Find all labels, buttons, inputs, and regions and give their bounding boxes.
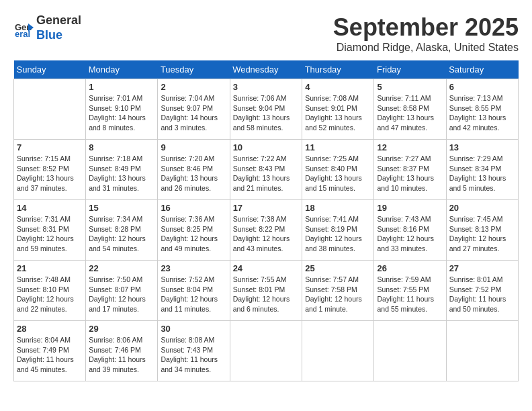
calendar-cell: 20Sunrise: 7:45 AM Sunset: 8:13 PM Dayli… (446, 200, 518, 261)
day-info: Sunrise: 7:27 AM Sunset: 8:37 PM Dayligh… (377, 154, 443, 193)
day-info: Sunrise: 7:57 AM Sunset: 7:58 PM Dayligh… (305, 275, 371, 314)
day-info: Sunrise: 8:04 AM Sunset: 7:49 PM Dayligh… (17, 335, 83, 375)
calendar-cell: 30Sunrise: 8:08 AM Sunset: 7:43 PM Dayli… (158, 321, 230, 381)
day-number: 26 (377, 263, 443, 273)
calendar-cell (446, 321, 518, 381)
week-row-2: 7Sunrise: 7:15 AM Sunset: 8:52 PM Daylig… (14, 140, 519, 200)
weekday-header-monday: Monday (86, 60, 158, 79)
day-number: 21 (17, 263, 83, 273)
title-area: September 2025 Diamond Ridge, Alaska, Un… (333, 13, 519, 54)
weekday-header-tuesday: Tuesday (158, 60, 230, 79)
day-info: Sunrise: 7:29 AM Sunset: 8:34 PM Dayligh… (449, 154, 515, 193)
day-number: 24 (233, 263, 300, 273)
day-info: Sunrise: 7:22 AM Sunset: 8:43 PM Dayligh… (233, 154, 300, 193)
calendar-cell: 21Sunrise: 7:48 AM Sunset: 8:10 PM Dayli… (14, 261, 86, 321)
weekday-header-saturday: Saturday (446, 60, 518, 79)
week-row-3: 14Sunrise: 7:31 AM Sunset: 8:31 PM Dayli… (14, 200, 519, 261)
calendar-cell (374, 321, 446, 381)
calendar-cell: 3Sunrise: 7:06 AM Sunset: 9:04 PM Daylig… (230, 79, 302, 140)
calendar-cell: 8Sunrise: 7:18 AM Sunset: 8:49 PM Daylig… (86, 140, 158, 200)
day-number: 16 (161, 203, 226, 213)
calendar-cell: 1Sunrise: 7:01 AM Sunset: 9:10 PM Daylig… (86, 79, 158, 140)
day-info: Sunrise: 7:48 AM Sunset: 8:10 PM Dayligh… (17, 275, 83, 314)
day-number: 13 (449, 142, 515, 152)
month-title: September 2025 (333, 13, 519, 42)
svg-text:eral: eral (15, 29, 30, 38)
day-number: 3 (233, 82, 300, 92)
day-number: 11 (305, 142, 371, 152)
day-number: 23 (161, 263, 226, 273)
logo: Gen eral General Blue (13, 13, 81, 42)
day-info: Sunrise: 7:59 AM Sunset: 7:55 PM Dayligh… (377, 275, 443, 314)
weekday-header-wednesday: Wednesday (230, 60, 302, 79)
calendar-cell (14, 79, 86, 140)
day-number: 22 (89, 263, 154, 273)
day-info: Sunrise: 7:20 AM Sunset: 8:46 PM Dayligh… (161, 154, 226, 193)
day-number: 29 (89, 324, 154, 334)
calendar-cell (302, 321, 374, 381)
weekday-header-friday: Friday (374, 60, 446, 79)
day-number: 15 (89, 203, 154, 213)
day-info: Sunrise: 7:43 AM Sunset: 8:16 PM Dayligh… (377, 214, 443, 254)
weekday-header-sunday: Sunday (14, 60, 86, 79)
day-info: Sunrise: 7:36 AM Sunset: 8:25 PM Dayligh… (161, 214, 226, 254)
calendar-cell: 26Sunrise: 7:59 AM Sunset: 7:55 PM Dayli… (374, 261, 446, 321)
calendar-cell: 5Sunrise: 7:11 AM Sunset: 8:58 PM Daylig… (374, 79, 446, 140)
day-number: 8 (89, 142, 154, 152)
day-number: 7 (17, 142, 83, 152)
day-number: 28 (17, 324, 83, 334)
calendar-cell: 29Sunrise: 8:06 AM Sunset: 7:46 PM Dayli… (86, 321, 158, 381)
day-number: 14 (17, 203, 83, 213)
day-info: Sunrise: 7:15 AM Sunset: 8:52 PM Dayligh… (17, 154, 83, 193)
day-number: 18 (305, 203, 371, 213)
calendar-cell: 27Sunrise: 8:01 AM Sunset: 7:52 PM Dayli… (446, 261, 518, 321)
day-info: Sunrise: 7:25 AM Sunset: 8:40 PM Dayligh… (305, 154, 371, 193)
day-number: 19 (377, 203, 443, 213)
calendar-cell: 7Sunrise: 7:15 AM Sunset: 8:52 PM Daylig… (14, 140, 86, 200)
calendar-cell: 9Sunrise: 7:20 AM Sunset: 8:46 PM Daylig… (158, 140, 230, 200)
calendar-cell: 24Sunrise: 7:55 AM Sunset: 8:01 PM Dayli… (230, 261, 302, 321)
day-info: Sunrise: 7:55 AM Sunset: 8:01 PM Dayligh… (233, 275, 300, 314)
calendar-cell (230, 321, 302, 381)
day-number: 2 (161, 82, 226, 92)
logo-general-text: General (36, 13, 81, 27)
calendar-cell: 28Sunrise: 8:04 AM Sunset: 7:49 PM Dayli… (14, 321, 86, 381)
calendar-cell: 22Sunrise: 7:50 AM Sunset: 8:07 PM Dayli… (86, 261, 158, 321)
calendar-cell: 6Sunrise: 7:13 AM Sunset: 8:55 PM Daylig… (446, 79, 518, 140)
calendar-cell: 25Sunrise: 7:57 AM Sunset: 7:58 PM Dayli… (302, 261, 374, 321)
header: Gen eral General Blue September 2025 Dia… (13, 13, 519, 54)
calendar-cell: 12Sunrise: 7:27 AM Sunset: 8:37 PM Dayli… (374, 140, 446, 200)
calendar-cell: 23Sunrise: 7:52 AM Sunset: 8:04 PM Dayli… (158, 261, 230, 321)
day-info: Sunrise: 7:18 AM Sunset: 8:49 PM Dayligh… (89, 154, 154, 193)
day-number: 4 (305, 82, 371, 92)
calendar-cell: 11Sunrise: 7:25 AM Sunset: 8:40 PM Dayli… (302, 140, 374, 200)
day-number: 12 (377, 142, 443, 152)
calendar-cell: 14Sunrise: 7:31 AM Sunset: 8:31 PM Dayli… (14, 200, 86, 261)
day-info: Sunrise: 7:31 AM Sunset: 8:31 PM Dayligh… (17, 214, 83, 254)
day-number: 27 (449, 263, 515, 273)
day-info: Sunrise: 7:04 AM Sunset: 9:07 PM Dayligh… (161, 93, 226, 133)
calendar-cell: 19Sunrise: 7:43 AM Sunset: 8:16 PM Dayli… (374, 200, 446, 261)
day-info: Sunrise: 7:38 AM Sunset: 8:22 PM Dayligh… (233, 214, 300, 254)
calendar-cell: 2Sunrise: 7:04 AM Sunset: 9:07 PM Daylig… (158, 79, 230, 140)
day-info: Sunrise: 8:06 AM Sunset: 7:46 PM Dayligh… (89, 335, 154, 375)
calendar-cell: 18Sunrise: 7:41 AM Sunset: 8:19 PM Dayli… (302, 200, 374, 261)
day-info: Sunrise: 7:52 AM Sunset: 8:04 PM Dayligh… (161, 275, 226, 314)
day-info: Sunrise: 7:50 AM Sunset: 8:07 PM Dayligh… (89, 275, 154, 314)
day-number: 6 (449, 82, 515, 92)
calendar-cell: 4Sunrise: 7:08 AM Sunset: 9:01 PM Daylig… (302, 79, 374, 140)
week-row-4: 21Sunrise: 7:48 AM Sunset: 8:10 PM Dayli… (14, 261, 519, 321)
day-number: 9 (161, 142, 226, 152)
weekday-header-row: SundayMondayTuesdayWednesdayThursdayFrid… (14, 60, 519, 79)
day-info: Sunrise: 7:34 AM Sunset: 8:28 PM Dayligh… (89, 214, 154, 254)
day-number: 25 (305, 263, 371, 273)
day-number: 5 (377, 82, 443, 92)
day-info: Sunrise: 7:45 AM Sunset: 8:13 PM Dayligh… (449, 214, 515, 254)
calendar-cell: 17Sunrise: 7:38 AM Sunset: 8:22 PM Dayli… (230, 200, 302, 261)
day-number: 10 (233, 142, 300, 152)
week-row-1: 1Sunrise: 7:01 AM Sunset: 9:10 PM Daylig… (14, 79, 519, 140)
calendar-cell: 16Sunrise: 7:36 AM Sunset: 8:25 PM Dayli… (158, 200, 230, 261)
day-info: Sunrise: 7:06 AM Sunset: 9:04 PM Dayligh… (233, 93, 300, 133)
day-number: 30 (161, 324, 226, 334)
day-info: Sunrise: 8:08 AM Sunset: 7:43 PM Dayligh… (161, 335, 226, 375)
